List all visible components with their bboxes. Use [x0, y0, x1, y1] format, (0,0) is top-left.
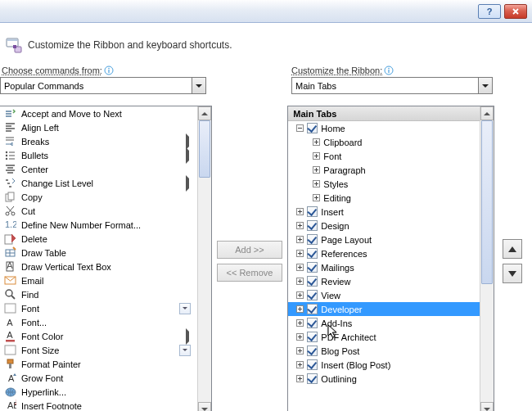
- command-item[interactable]: Find: [0, 287, 197, 301]
- expand-icon[interactable]: [313, 166, 320, 174]
- command-item[interactable]: AFont Color: [0, 329, 197, 343]
- cut-icon: [3, 205, 16, 218]
- checkbox[interactable]: [307, 206, 318, 217]
- expand-icon[interactable]: [296, 347, 304, 355]
- command-label: Insert Footnote: [21, 401, 82, 411]
- scroll-thumb[interactable]: [481, 120, 493, 284]
- command-item[interactable]: Font: [0, 301, 197, 315]
- tree-node[interactable]: Paragraph: [288, 163, 480, 177]
- commands-listbox[interactable]: Accept and Move to NextAlign LeftBreaksB…: [0, 106, 212, 411]
- combo-dropdown-button[interactable]: [478, 78, 492, 93]
- checkbox[interactable]: [307, 290, 318, 300]
- tree-node[interactable]: PDF Architect: [288, 330, 480, 344]
- tree-node[interactable]: Editing: [288, 191, 480, 205]
- command-item[interactable]: AB1Insert Footnote: [0, 399, 197, 411]
- checkbox[interactable]: [307, 123, 318, 133]
- expand-icon[interactable]: [296, 264, 304, 271]
- tree-node[interactable]: Page Layout: [288, 233, 480, 246]
- command-item[interactable]: Font Size: [0, 343, 197, 357]
- expand-icon[interactable]: [296, 319, 304, 327]
- command-item[interactable]: Format Painter: [0, 357, 197, 371]
- expand-icon[interactable]: [296, 236, 304, 243]
- command-item[interactable]: Change List Level: [0, 176, 197, 190]
- expand-icon[interactable]: [296, 305, 304, 313]
- expand-icon[interactable]: [296, 250, 304, 257]
- command-item[interactable]: Breaks: [0, 134, 197, 148]
- expand-icon[interactable]: [296, 361, 304, 368]
- scroll-down-button[interactable]: [198, 402, 211, 411]
- expand-icon[interactable]: [296, 375, 304, 382]
- command-item[interactable]: Accept and Move to Next: [0, 106, 197, 120]
- expand-icon[interactable]: [296, 208, 304, 215]
- expand-icon[interactable]: [296, 278, 304, 285]
- svg-text:A: A: [7, 330, 13, 340]
- checkbox[interactable]: [307, 220, 318, 231]
- expand-icon[interactable]: [313, 180, 320, 187]
- checkbox[interactable]: [307, 373, 318, 384]
- tree-node[interactable]: Developer: [288, 302, 480, 316]
- command-item[interactable]: Delete: [0, 232, 197, 246]
- checkbox[interactable]: [307, 318, 318, 328]
- svg-rect-25: [5, 304, 16, 313]
- scroll-down-button[interactable]: [480, 402, 494, 411]
- tree-node[interactable]: Add-Ins: [288, 316, 480, 330]
- scroll-up-button[interactable]: [480, 106, 494, 120]
- command-item[interactable]: Copy: [0, 190, 197, 204]
- customize-ribbon-combo[interactable]: Main Tabs: [291, 77, 493, 94]
- tree-node[interactable]: Design: [288, 219, 480, 233]
- checkbox[interactable]: [307, 359, 318, 370]
- checkbox[interactable]: [307, 248, 318, 259]
- checkbox[interactable]: [307, 332, 318, 342]
- scroll-thumb[interactable]: [199, 120, 210, 178]
- command-item[interactable]: Bullets: [0, 148, 197, 162]
- move-down-button[interactable]: [503, 264, 522, 283]
- tree-label: Home: [321, 124, 345, 133]
- close-button[interactable]: [504, 4, 527, 19]
- command-item[interactable]: Email: [0, 273, 197, 287]
- checkbox[interactable]: [307, 346, 318, 356]
- command-item[interactable]: Hyperlink...: [0, 385, 197, 399]
- tree-node[interactable]: Review: [288, 274, 480, 288]
- move-up-button[interactable]: [503, 239, 522, 259]
- tree-node[interactable]: View: [288, 288, 480, 302]
- tree-node[interactable]: Styles: [288, 177, 480, 191]
- expand-icon[interactable]: [296, 291, 304, 299]
- tree-node[interactable]: Insert: [288, 205, 480, 219]
- command-item[interactable]: AGrow Font: [0, 371, 197, 385]
- expand-icon[interactable]: [313, 194, 320, 201]
- command-item[interactable]: Center: [0, 162, 197, 176]
- tree-node[interactable]: Font: [288, 149, 480, 163]
- tree-node[interactable]: References: [288, 246, 480, 260]
- checkbox[interactable]: [307, 276, 318, 287]
- scrollbar[interactable]: [480, 106, 494, 411]
- add-button[interactable]: Add >>: [217, 241, 282, 259]
- command-item[interactable]: AFont...: [0, 315, 197, 329]
- tree-node[interactable]: Clipboard: [288, 135, 480, 149]
- command-item[interactable]: Draw Table: [0, 246, 197, 260]
- collapse-icon[interactable]: [296, 124, 304, 132]
- ribbon-tree[interactable]: Main Tabs HomeClipboardFontParagraphStyl…: [287, 106, 494, 411]
- tree-node[interactable]: Mailings: [288, 260, 480, 274]
- choose-commands-combo[interactable]: Popular Commands: [0, 77, 206, 94]
- command-item[interactable]: 1.2Define New Number Format...: [0, 218, 197, 232]
- checkbox[interactable]: [307, 304, 318, 314]
- tree-node[interactable]: Blog Post: [288, 344, 480, 358]
- tree-label: Outlining: [321, 374, 356, 384]
- scroll-up-button[interactable]: [198, 106, 211, 120]
- tree-node[interactable]: Outlining: [288, 372, 480, 386]
- scrollbar[interactable]: [197, 106, 211, 411]
- combo-dropdown-button[interactable]: [192, 78, 205, 93]
- expand-icon[interactable]: [296, 333, 304, 341]
- remove-button[interactable]: << Remove: [217, 264, 282, 282]
- checkbox[interactable]: [307, 262, 318, 273]
- expand-icon[interactable]: [313, 138, 320, 146]
- expand-icon[interactable]: [296, 222, 304, 229]
- command-item[interactable]: ADraw Vertical Text Box: [0, 260, 197, 273]
- command-item[interactable]: Cut: [0, 204, 197, 218]
- checkbox[interactable]: [307, 234, 318, 245]
- expand-icon[interactable]: [313, 152, 320, 160]
- help-button[interactable]: ?: [478, 4, 501, 19]
- tree-node[interactable]: Home: [288, 121, 480, 135]
- command-item[interactable]: Align Left: [0, 120, 197, 134]
- tree-node[interactable]: Insert (Blog Post): [288, 358, 480, 372]
